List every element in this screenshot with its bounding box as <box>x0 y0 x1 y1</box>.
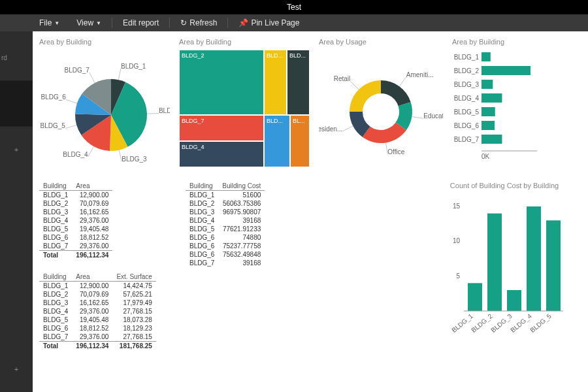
svg-rect-28 <box>482 80 493 89</box>
chart-title: Area by Building <box>452 38 537 46</box>
table-row[interactable]: BLDG_270,079.69 <box>39 199 112 208</box>
treemap-area-by-building[interactable]: Area by Building BLDG_2BLD...BLD...BLDG_… <box>179 38 310 175</box>
separator <box>227 18 228 28</box>
table-building-area[interactable]: BuildingAreaBLDG_112,900.00BLDG_270,079.… <box>39 182 176 259</box>
chevron-down-icon: ▼ <box>54 20 59 26</box>
table-total-row: Total196,112.34181,768.25 <box>39 342 156 351</box>
chevron-down-icon: ▼ <box>96 20 101 26</box>
pin-icon: 📌 <box>238 18 248 27</box>
svg-text:BLDG_3: BLDG_3 <box>454 81 480 88</box>
svg-line-2 <box>147 113 159 114</box>
table-row[interactable]: BLDG_439168 <box>186 216 265 225</box>
refresh-icon: ↻ <box>180 18 187 27</box>
svg-line-12 <box>90 73 95 83</box>
table-row[interactable]: BLDG_316,162.6517,979.49 <box>39 299 156 307</box>
sidebar-add-button[interactable]: + <box>0 346 33 392</box>
table-total-row: Total196,112.34 <box>39 251 112 260</box>
treemap-cell[interactable]: BLD... <box>264 50 287 115</box>
svg-rect-43 <box>468 283 482 311</box>
bar-chart-count-cost-by-building[interactable]: Count of Building Cost by Building 51015… <box>446 182 563 350</box>
svg-text:Ameniti...: Ameniti... <box>406 71 434 78</box>
svg-text:BLDG_1: BLDG_1 <box>454 54 480 61</box>
table-row[interactable]: BLDG_429,376.0027,768.15 <box>39 307 156 316</box>
svg-text:15: 15 <box>453 203 461 210</box>
table-row[interactable]: BLDG_270,079.6957,625.21 <box>39 290 156 299</box>
svg-text:BLDG_5: BLDG_5 <box>454 108 480 116</box>
svg-rect-49 <box>527 206 541 311</box>
table-row[interactable]: BLDG_256063.75386 <box>186 199 265 208</box>
table-row[interactable]: BLDG_429,376.00 <box>39 216 112 225</box>
table-row[interactable]: BLDG_674880 <box>186 233 265 242</box>
chart-title: Count of Building Cost by Building <box>446 182 563 189</box>
sidebar-add-button[interactable]: + <box>0 127 33 172</box>
svg-text:BLDG_7: BLDG_7 <box>65 67 90 74</box>
window-title: Test <box>0 0 588 14</box>
table-row[interactable]: BLDG_151600 <box>186 191 265 200</box>
edit-report-button[interactable]: Edit report <box>116 14 165 31</box>
svg-rect-24 <box>482 52 491 61</box>
treemap-cell[interactable]: BLDG_2 <box>179 50 264 115</box>
table-row[interactable]: BLDG_618,812.52 <box>39 233 112 242</box>
bar-chart-area-by-building[interactable]: Area by Building BLDG_1BLDG_2BLDG_3BLDG_… <box>452 38 537 175</box>
sidebar-item[interactable]: rd <box>0 35 33 81</box>
file-menu[interactable]: File▼ <box>33 14 66 31</box>
svg-text:BLDG_6: BLDG_6 <box>41 93 67 101</box>
separator <box>169 18 170 28</box>
toolbar: File▼ View▼ Edit report ↻Refresh 📌Pin Li… <box>0 14 588 31</box>
table-row[interactable]: BLDG_577621.91233 <box>186 225 265 233</box>
treemap-cell[interactable]: BL... <box>290 115 310 167</box>
svg-text:BLDG_1: BLDG_1 <box>450 312 474 334</box>
table-building-cost[interactable]: BuildingBuilding CostBLDG_151600BLDG_256… <box>186 182 316 350</box>
table-row[interactable]: BLDG_729,376.00 <box>39 242 112 251</box>
svg-text:Retail: Retail <box>334 75 351 82</box>
table-building-area-ext[interactable]: BuildingAreaExt. SurfaceBLDG_112,900.001… <box>39 272 176 350</box>
pie-chart-area-by-building[interactable]: Area by Building BLDG_1BLDG_2BLDG_3BLDG_… <box>39 38 170 175</box>
treemap-cell[interactable]: BLDG_7 <box>179 115 264 141</box>
svg-text:10: 10 <box>453 237 461 244</box>
svg-text:0K: 0K <box>482 153 490 160</box>
table-row[interactable]: BLDG_519,405.48 <box>39 225 112 233</box>
table-row[interactable]: BLDG_618,812.5218,129.23 <box>39 324 156 333</box>
table-row[interactable]: BLDG_729,376.0027,768.15 <box>39 333 156 342</box>
plus-icon: + <box>14 365 18 373</box>
table-row[interactable]: BLDG_519,405.4818,073.28 <box>39 316 156 324</box>
treemap-cell[interactable]: BLD... <box>287 50 310 115</box>
svg-text:Residen...: Residen... <box>319 125 342 133</box>
table-row[interactable]: BLDG_316,162.65 <box>39 208 112 216</box>
svg-text:BLDG_4: BLDG_4 <box>454 95 480 102</box>
pin-live-page-button[interactable]: 📌Pin Live Page <box>232 14 306 31</box>
table-row[interactable]: BLDG_675237.77758 <box>186 242 265 250</box>
svg-line-20 <box>342 126 353 131</box>
chart-title: Area by Building <box>179 38 310 46</box>
svg-rect-32 <box>482 107 495 116</box>
treemap-cell[interactable]: BLD... <box>264 115 290 167</box>
separator <box>112 18 112 28</box>
svg-line-10 <box>66 99 77 103</box>
refresh-button[interactable]: ↻Refresh <box>174 14 223 31</box>
table-row[interactable]: BLDG_396975.90807 <box>186 208 265 216</box>
donut-area-by-usage[interactable]: Area by Usage Ameniti...Educati...Office… <box>319 38 443 175</box>
svg-line-14 <box>399 77 406 87</box>
svg-rect-26 <box>482 66 531 75</box>
svg-text:BLDG_3: BLDG_3 <box>122 155 147 163</box>
svg-line-6 <box>88 146 94 157</box>
table-row[interactable]: BLDG_739168 <box>186 259 265 267</box>
svg-rect-51 <box>546 220 561 311</box>
svg-line-0 <box>118 69 121 80</box>
svg-line-16 <box>412 117 423 119</box>
svg-text:BLDG_2: BLDG_2 <box>159 107 170 114</box>
table-row[interactable]: BLDG_112,900.00 <box>39 191 112 200</box>
report-canvas[interactable]: Area by Building BLDG_1BLDG_2BLDG_3BLDG_… <box>33 31 588 392</box>
svg-rect-47 <box>507 290 521 311</box>
svg-rect-34 <box>482 121 495 130</box>
table-row[interactable]: BLDG_675632.49848 <box>186 250 265 259</box>
svg-text:BLDG_3: BLDG_3 <box>489 312 514 334</box>
table-row[interactable]: BLDG_112,900.0014,424.75 <box>39 282 156 291</box>
chart-title: Area by Building <box>39 38 170 46</box>
treemap-cell[interactable]: BLDG_4 <box>179 141 264 167</box>
sidebar-item-selected[interactable] <box>0 81 33 127</box>
chart-title: Area by Usage <box>319 38 443 46</box>
view-menu[interactable]: View▼ <box>70 14 108 31</box>
svg-text:BLDG_7: BLDG_7 <box>454 136 480 143</box>
svg-text:5: 5 <box>456 272 460 280</box>
